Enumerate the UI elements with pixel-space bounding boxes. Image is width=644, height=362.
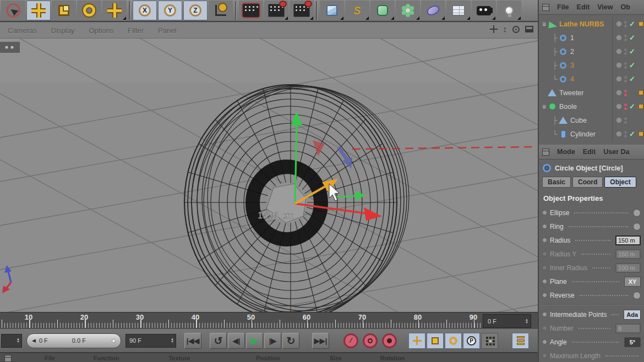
menu-filter[interactable]: Filter — [128, 26, 144, 35]
menu-options[interactable]: Options — [89, 26, 113, 35]
layer-dot[interactable] — [616, 76, 622, 82]
spinner-icon[interactable]: ▲▼ — [171, 338, 174, 343]
visibility-dots[interactable] — [624, 62, 627, 69]
go-to-end-button[interactable]: ▶▶| — [312, 333, 329, 349]
tree-row-circle-3[interactable]: ├ 3 ✓ — [539, 58, 644, 72]
window-icon[interactable] — [542, 4, 549, 11]
visibility-dots[interactable] — [624, 131, 627, 138]
timeline-power-slider[interactable]: ◀ 0 F 0.0 F — [26, 333, 121, 348]
hypernurbs-button[interactable] — [370, 1, 395, 20]
animate-dot[interactable] — [542, 251, 547, 256]
record-scale-toggle[interactable] — [427, 333, 444, 349]
last-tool-button[interactable] — [102, 1, 127, 20]
reverse-checkbox[interactable] — [633, 292, 641, 299]
viewport-canvas[interactable]: 15.91 cm — [0, 39, 538, 312]
radius-input[interactable]: 150 m — [615, 235, 641, 245]
layer-dot[interactable] — [616, 117, 622, 123]
material-menu-file[interactable]: File — [45, 355, 55, 361]
tree-row-circle-2[interactable]: ├ 2 ✓ — [539, 45, 644, 58]
coordinate-system-button[interactable] — [209, 1, 233, 20]
ellipse-checkbox[interactable] — [633, 209, 641, 217]
enabled-check[interactable]: ✓ — [629, 61, 636, 69]
am-menu-mode[interactable]: Mode — [557, 148, 575, 156]
expand-icon[interactable]: ≣ — [542, 104, 548, 109]
maximize-view-icon[interactable] — [525, 26, 533, 32]
current-frame-field[interactable]: 0 F ▲▼ — [483, 314, 531, 328]
tree-row-cube[interactable]: ├ Cube ✓ — [539, 113, 644, 127]
pan-view-icon[interactable] — [490, 25, 498, 33]
slider-handle[interactable] — [112, 339, 116, 343]
menu-panel[interactable]: Panel — [158, 26, 176, 35]
layer-dot[interactable] — [616, 90, 622, 96]
rotate-tool-button[interactable] — [77, 1, 101, 20]
om-menu-file[interactable]: File — [557, 3, 569, 11]
render-settings-button[interactable] — [290, 1, 314, 20]
enabled-check[interactable]: ✓ — [629, 47, 636, 56]
zoom-view-icon[interactable]: ↕ — [503, 25, 507, 33]
animate-dot[interactable] — [542, 279, 547, 284]
play-backwards-button[interactable]: ↺ — [210, 333, 227, 349]
render-picture-viewer-button[interactable] — [264, 1, 288, 20]
timeline-ruler[interactable]: 10 20 30 40 50 60 70 80 90 0 F ▲▼ — [0, 312, 538, 329]
material-menu-function[interactable]: Function — [94, 355, 119, 361]
add-spline-button[interactable]: S — [345, 1, 369, 20]
render-view-button[interactable] — [239, 1, 263, 20]
spinner-icon[interactable]: ▲▼ — [17, 338, 20, 343]
tree-row-lathe-nurbs[interactable]: ≣ Lathe NURBS ✓ — [539, 17, 644, 31]
tree-row-cylinder[interactable]: └ Cylinder ✓ — [539, 127, 644, 141]
go-to-start-button[interactable]: |◀◀ — [184, 333, 201, 349]
animate-dot[interactable] — [542, 210, 547, 215]
record-pla-toggle[interactable] — [481, 333, 498, 349]
animate-dot[interactable] — [542, 238, 547, 243]
lock-y-button[interactable]: Y — [158, 1, 182, 20]
window-icon[interactable] — [542, 149, 549, 156]
start-frame-field[interactable]: ▲▼ — [1, 334, 22, 348]
tree-row-circle-1[interactable]: ├ 1 ✓ — [539, 31, 644, 45]
om-menu-view[interactable]: View — [597, 3, 613, 11]
animate-dot[interactable] — [542, 224, 547, 229]
lock-z-button[interactable]: Z — [183, 1, 208, 20]
texture-tag[interactable] — [638, 90, 643, 95]
autokey-button[interactable] — [363, 333, 378, 348]
record-position-toggle[interactable] — [408, 333, 425, 349]
om-menu-edit[interactable]: Edit — [577, 3, 590, 11]
visibility-dots[interactable] — [624, 117, 627, 124]
metaball-button[interactable] — [421, 1, 445, 20]
angle-input[interactable]: 5° — [624, 337, 641, 347]
move-tool-button[interactable] — [26, 1, 51, 20]
visibility-dots[interactable] — [624, 48, 627, 55]
add-primitive-button[interactable] — [320, 1, 344, 20]
visibility-dots[interactable] — [624, 21, 627, 28]
visibility-dots[interactable] — [624, 76, 627, 83]
tab-basic[interactable]: Basic — [542, 177, 571, 188]
keyframe-presets-toggle[interactable] — [512, 333, 529, 349]
undo-button[interactable] — [1, 1, 25, 20]
intermediate-points-dropdown[interactable]: Ada — [624, 310, 641, 320]
step-forward-button[interactable]: |▶ — [264, 333, 281, 349]
animate-dot[interactable] — [542, 265, 547, 270]
ring-checkbox[interactable] — [633, 223, 641, 231]
keyframe-selection-button[interactable] — [382, 333, 397, 348]
animate-dot[interactable] — [542, 326, 547, 331]
enabled-check[interactable]: ✓ — [629, 102, 636, 111]
scale-tool-button[interactable] — [52, 1, 76, 20]
end-frame-field[interactable]: 90 F ▲▼ — [125, 334, 176, 348]
animate-dot[interactable] — [542, 339, 547, 344]
layer-dot[interactable] — [616, 131, 622, 137]
tab-object[interactable]: Object — [604, 177, 636, 188]
record-parameter-toggle[interactable]: P — [463, 333, 480, 349]
camera-button[interactable] — [472, 1, 496, 20]
record-rotation-toggle[interactable] — [445, 333, 462, 349]
tree-row-tweeter[interactable]: Tweeter ✓ — [539, 86, 644, 100]
menu-cameras[interactable]: Cameras — [8, 26, 37, 35]
light-button[interactable] — [497, 1, 521, 20]
layer-dot[interactable] — [616, 103, 622, 109]
plane-dropdown[interactable]: XY — [624, 277, 641, 287]
tree-row-boole[interactable]: ≣ Boole ✓ — [539, 100, 644, 113]
animate-dot[interactable] — [542, 293, 547, 298]
table-button[interactable] — [446, 1, 471, 20]
layer-dot[interactable] — [616, 48, 622, 54]
texture-tag[interactable] — [638, 104, 643, 109]
animate-dot[interactable] — [542, 353, 547, 358]
window-icon[interactable] — [4, 355, 12, 362]
